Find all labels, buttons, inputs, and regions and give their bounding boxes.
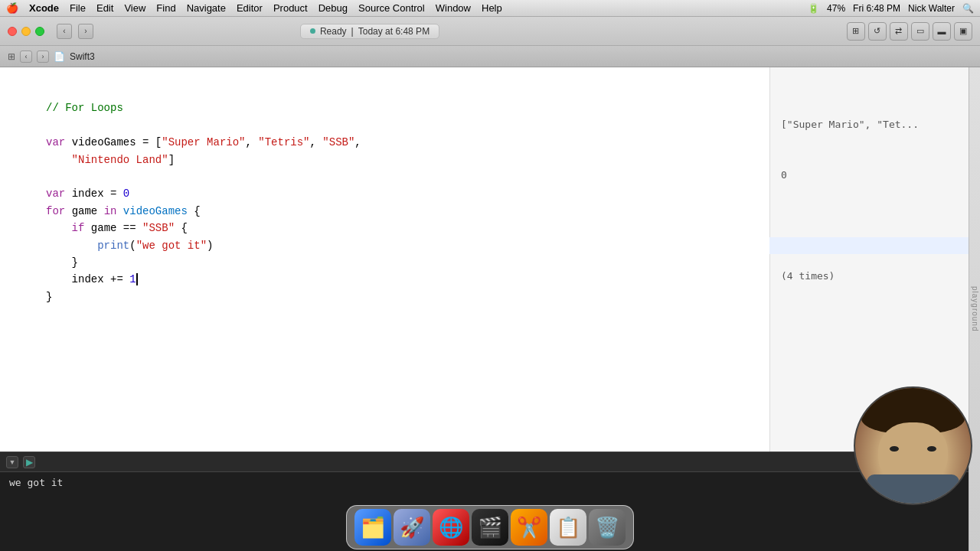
assign-op: = [: [142, 136, 162, 148]
toolbar-right: ⊞ ↺ ⇄ ▭ ▬ ▣: [847, 22, 972, 41]
brace-close1: }: [72, 256, 78, 269]
kw-if: if: [72, 222, 85, 234]
var-game: game: [72, 205, 98, 217]
paren-open: (: [129, 240, 136, 252]
view-toggle-4[interactable]: ▭: [911, 22, 929, 41]
status-separator: |: [351, 26, 354, 37]
menu-window[interactable]: Window: [436, 2, 471, 14]
num-one: 1: [129, 273, 136, 285]
apple-menu[interactable]: 🍎: [6, 2, 18, 14]
assign-op2: =: [110, 187, 123, 200]
right-eye: [927, 446, 936, 452]
close-button[interactable]: [8, 27, 17, 36]
menu-bar-right: 🔋 47% Fri 6:48 PM Nick Walter 🔍: [808, 3, 974, 14]
menu-xcode[interactable]: Xcode: [29, 2, 59, 14]
result-empty1: [778, 201, 961, 217]
view-toggle-3[interactable]: ⇄: [890, 22, 908, 41]
dock-dvd[interactable]: 🎬: [472, 509, 508, 546]
username: Nick Walter: [908, 3, 955, 14]
brace-close2: }: [46, 291, 52, 303]
ref-videogames: videoGames: [123, 205, 188, 217]
maximize-button[interactable]: [35, 27, 44, 36]
console-toggle-btn[interactable]: ▼: [6, 456, 18, 468]
console-text: we got it: [9, 477, 63, 488]
comma2: ,: [310, 136, 323, 148]
str-ssb-cmp: "SSB": [142, 222, 175, 234]
code-content[interactable]: // For Loops var videoGames = ["Super Ma…: [0, 67, 769, 452]
status-text: Ready: [320, 26, 347, 37]
str-nintendo: "Nintendo Land": [72, 154, 168, 166]
kw-for: for: [46, 205, 65, 217]
brace-open1: {: [194, 205, 200, 217]
dock-finder[interactable]: 🗂️: [354, 509, 391, 546]
menu-navigate[interactable]: Navigate: [187, 2, 226, 14]
menu-edit[interactable]: Edit: [96, 2, 113, 14]
status-time: Today at 6:48 PM: [358, 26, 430, 37]
brace-open2: {: [181, 222, 187, 234]
dock-scissors[interactable]: ✂️: [511, 509, 547, 546]
webcam-overlay: [854, 386, 972, 505]
run-button[interactable]: ▶: [23, 456, 35, 468]
index-increment: index: [72, 273, 104, 285]
view-toggle-5[interactable]: ▬: [933, 22, 951, 41]
menu-view[interactable]: View: [124, 2, 145, 14]
var-videogames-decl: videoGames: [72, 136, 136, 148]
result-index-value: 0: [781, 168, 787, 184]
menu-editor[interactable]: Editor: [237, 2, 263, 14]
menu-bar-left: 🍎 Xcode File Edit View Find Navigate Edi…: [6, 2, 502, 14]
battery-icon: 🔋: [808, 3, 819, 14]
search-icon[interactable]: 🔍: [962, 3, 974, 14]
view-toggle-1[interactable]: ⊞: [847, 22, 865, 41]
menu-help[interactable]: Help: [482, 2, 502, 14]
menu-bar: 🍎 Xcode File Edit View Find Navigate Edi…: [0, 0, 980, 17]
menu-product[interactable]: Product: [273, 2, 308, 14]
fn-print: print: [97, 240, 129, 252]
nav-forward-button[interactable]: ›: [78, 24, 93, 39]
dock-trash[interactable]: 🗑️: [589, 509, 626, 546]
var-index-decl: index: [72, 187, 104, 200]
dock-notes[interactable]: 📋: [550, 509, 586, 546]
minimize-button[interactable]: [21, 27, 31, 36]
dock: 🗂️ 🚀 🌐 🎬 ✂️ 📋 🗑️: [346, 505, 634, 549]
secondary-toolbar: ⊞ ‹ › 📄 Swift3: [0, 46, 980, 67]
clock: Fri 6:48 PM: [853, 3, 900, 14]
result-times: (4 times): [778, 268, 961, 285]
ref-game: game: [91, 222, 117, 234]
comment-line: // For Loops: [46, 102, 123, 114]
menu-file[interactable]: File: [70, 2, 86, 14]
breadcrumb-filename: Swift3: [70, 51, 95, 62]
status-pill: Ready | Today at 6:48 PM: [300, 24, 439, 39]
result-videogames: ["Super Mario", "Tet...: [778, 116, 961, 133]
main-area: 1 2 3 4 5 6 7 8 9 10 11 // For Loops var…: [0, 67, 980, 551]
nav-back-button[interactable]: ‹: [57, 24, 72, 39]
str-wegotit: "we got it": [136, 240, 207, 252]
code-area[interactable]: 1 2 3 4 5 6 7 8 9 10 11 // For Loops var…: [0, 67, 969, 452]
menu-find[interactable]: Find: [156, 2, 175, 14]
result-index: 0: [778, 167, 961, 184]
playground-label: playground: [971, 286, 979, 331]
str-tetris: "Tetris": [258, 136, 309, 148]
str-mario: "Super Mario": [162, 136, 245, 148]
console-toolbar: ▼ ▶: [0, 452, 969, 472]
menu-source-control[interactable]: Source Control: [358, 2, 425, 14]
kw-var1: var: [46, 136, 65, 148]
breadcrumb-back[interactable]: ‹: [20, 51, 32, 63]
comma1: ,: [245, 136, 258, 148]
webcam-face: [855, 388, 971, 504]
num-zero: 0: [123, 187, 129, 200]
view-toggle-2[interactable]: ↺: [868, 22, 887, 41]
grid-icon[interactable]: ⊞: [8, 51, 15, 62]
title-bar: ‹ › Ready | Today at 6:48 PM ⊞ ↺ ⇄ ▭ ▬ ▣: [0, 17, 980, 46]
kw-in: in: [104, 205, 117, 217]
text-cursor: [136, 273, 138, 285]
comma3: ,: [354, 136, 361, 148]
menu-debug[interactable]: Debug: [318, 2, 348, 14]
kw-var2: var: [46, 187, 65, 200]
dock-chrome[interactable]: 🌐: [433, 509, 469, 546]
shirt-shape: [867, 474, 959, 504]
view-toggle-6[interactable]: ▣: [954, 22, 972, 41]
status-dot: [310, 28, 315, 34]
breadcrumb-forward[interactable]: ›: [37, 51, 49, 63]
result-times-value: (4 times): [781, 269, 835, 285]
dock-launchpad[interactable]: 🚀: [394, 509, 430, 546]
